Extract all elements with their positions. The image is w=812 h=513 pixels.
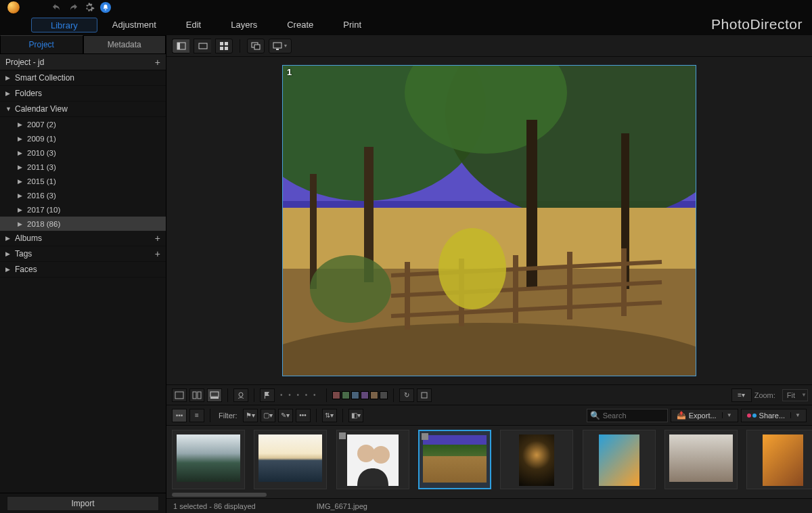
tree-label: Calendar View	[15, 104, 68, 114]
project-label: Project - jd	[5, 58, 44, 67]
tree-year[interactable]: ▶2015 (1)	[0, 174, 166, 188]
chevron-down-icon[interactable]: ▼	[722, 412, 732, 418]
tab-metadata[interactable]: Metadata	[83, 35, 166, 53]
nav-print[interactable]: Print	[328, 18, 376, 32]
slideshow-icon[interactable]: ▼	[269, 39, 292, 53]
filter-flag-icon[interactable]: ⚑▾	[243, 409, 258, 422]
status-bar: 1 selected - 86 displayed IMG_6671.jpeg	[166, 498, 812, 513]
color-swatch[interactable]	[342, 391, 350, 399]
svg-point-41	[357, 445, 375, 462]
app-logo	[7, 1, 20, 14]
titlebar	[0, 0, 812, 15]
filter-label-icon[interactable]: ▢▾	[261, 409, 275, 422]
tree-label: Folders	[15, 89, 42, 98]
view-grid-icon[interactable]	[215, 39, 233, 53]
share-button[interactable]: Share... ▼	[741, 409, 807, 422]
svg-rect-4	[225, 42, 228, 45]
photo-index: 1	[287, 67, 292, 77]
tree-tags[interactable]: ▶Tags+	[0, 246, 166, 262]
nav-layers[interactable]: Layers	[216, 18, 272, 32]
thumbnail[interactable]	[746, 430, 812, 489]
thumbnail[interactable]	[336, 430, 409, 489]
tree-label: 2017 (10)	[27, 206, 60, 214]
nav-library[interactable]: Library	[31, 18, 97, 32]
thumb-size-list-icon[interactable]: ≡	[189, 409, 204, 422]
notifications-icon[interactable]	[100, 2, 111, 13]
layout-3-icon[interactable]	[207, 388, 222, 402]
stack-icon[interactable]: ⇅▾	[322, 409, 337, 422]
color-swatch[interactable]	[361, 391, 369, 399]
tree-folders[interactable]: ▶Folders	[0, 86, 166, 102]
undo-icon[interactable]	[51, 2, 62, 13]
filmstrip-scrollbar[interactable]	[172, 493, 267, 497]
rotate-icon[interactable]: ↻	[399, 388, 414, 402]
settings-icon[interactable]	[84, 2, 95, 13]
project-header[interactable]: Project - jd +	[0, 54, 166, 70]
crop-icon[interactable]	[417, 388, 432, 402]
view-compare-icon[interactable]	[194, 39, 211, 53]
tree-albums[interactable]: ▶Albums+	[0, 231, 166, 246]
thumbnail[interactable]	[418, 430, 491, 489]
nav-create[interactable]: Create	[272, 18, 328, 32]
flag-icon[interactable]	[260, 388, 275, 402]
view-single-icon[interactable]	[172, 39, 189, 53]
tree-year[interactable]: ▶2007 (2)	[0, 117, 166, 131]
app-brand: PhotoDirector	[711, 16, 803, 32]
tree-year[interactable]: ▶2009 (1)	[0, 131, 166, 146]
thumbnail[interactable]	[583, 430, 656, 489]
zoom-label: Zoom:	[754, 391, 775, 399]
svg-rect-3	[220, 42, 223, 45]
svg-rect-37	[210, 397, 219, 399]
svg-rect-10	[276, 49, 279, 50]
thumbnail[interactable]	[664, 430, 738, 489]
add-tag-icon[interactable]: +	[155, 248, 160, 259]
export-button[interactable]: 📤 Export... ▼	[671, 409, 738, 422]
thumbnail[interactable]	[254, 430, 327, 489]
add-album-icon[interactable]: +	[155, 233, 160, 244]
color-swatch[interactable]	[380, 391, 388, 399]
chevron-down-icon[interactable]: ▼	[790, 412, 800, 418]
tree-label: 2016 (3)	[27, 192, 56, 200]
tree-year[interactable]: ▶2016 (3)	[0, 188, 166, 202]
svg-rect-9	[273, 43, 281, 48]
status-filename: IMG_6671.jpeg	[317, 502, 367, 510]
tree-year[interactable]: ▶2011 (3)	[0, 160, 166, 174]
color-swatch[interactable]	[332, 391, 340, 399]
nav-adjustment[interactable]: Adjustment	[97, 18, 171, 32]
import-button[interactable]: Import	[7, 496, 159, 511]
filter-more-icon[interactable]: •••	[296, 409, 311, 422]
thumbnail[interactable]	[172, 430, 245, 489]
svg-rect-1	[177, 43, 180, 49]
thumb-size-small-icon[interactable]: ▪▪▪	[172, 409, 187, 422]
tab-project[interactable]: Project	[0, 35, 83, 53]
face-tag-icon[interactable]	[233, 388, 248, 402]
secondary-display-icon[interactable]	[247, 39, 265, 53]
tree-faces[interactable]: ▶Faces	[0, 262, 166, 277]
preview-area[interactable]: 1	[166, 57, 812, 384]
add-project-icon[interactable]: +	[155, 57, 160, 68]
layout-2-icon[interactable]	[189, 388, 204, 402]
color-swatch[interactable]	[370, 391, 378, 399]
color-filter-icon[interactable]: ◧▾	[348, 409, 363, 422]
filter-edit-icon[interactable]: ✎▾	[278, 409, 293, 422]
tree-year[interactable]: ▶2017 (10)	[0, 202, 166, 217]
tree-smart-collection[interactable]: ▶Smart Collection	[0, 70, 166, 86]
search-box[interactable]: 🔍 ✕	[587, 409, 668, 422]
svg-rect-34	[193, 392, 196, 399]
rating-dots[interactable]: • • • • •	[277, 391, 321, 399]
svg-rect-20	[526, 120, 537, 289]
filmstrip[interactable]	[166, 425, 812, 498]
nav-edit[interactable]: Edit	[171, 18, 216, 32]
thumbnail[interactable]	[500, 430, 573, 489]
tree-label: Faces	[15, 265, 37, 274]
tree-year[interactable]: ▶2010 (3)	[0, 146, 166, 160]
color-swatch[interactable]	[351, 391, 359, 399]
edited-badge-icon	[422, 433, 428, 440]
viewbar: ▼	[166, 35, 812, 57]
tree-label: 2011 (3)	[27, 163, 56, 171]
tree-year[interactable]: ▶2018 (86)	[0, 217, 166, 231]
layout-1-icon[interactable]	[172, 388, 187, 402]
sort-icon[interactable]: ≡▾	[731, 388, 752, 402]
tree-calendar-view[interactable]: ▼Calendar View	[0, 102, 166, 117]
redo-icon[interactable]	[68, 2, 78, 13]
